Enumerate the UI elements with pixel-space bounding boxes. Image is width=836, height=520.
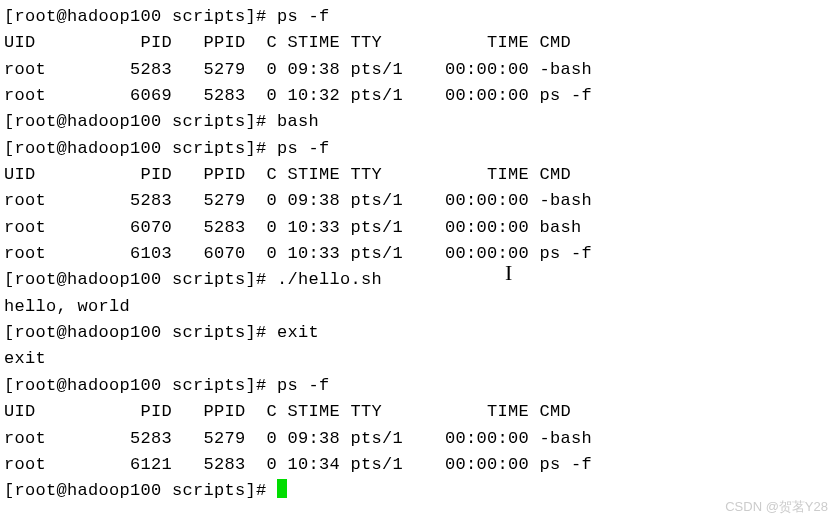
output-line: hello, world bbox=[4, 294, 832, 320]
command-text: ps -f bbox=[277, 376, 330, 395]
command-text: ps -f bbox=[277, 7, 330, 26]
terminal-output[interactable]: [root@hadoop100 scripts]# ps -f UID PID … bbox=[4, 4, 832, 505]
prompt-line: [root@hadoop100 scripts]# bash bbox=[4, 109, 832, 135]
ps-row: root 6070 5283 0 10:33 pts/1 00:00:00 ba… bbox=[4, 215, 832, 241]
shell-prompt: [root@hadoop100 scripts]# bbox=[4, 481, 277, 500]
shell-prompt: [root@hadoop100 scripts]# bbox=[4, 323, 277, 342]
watermark-text: CSDN @贺茗Y28 bbox=[725, 497, 828, 517]
command-text: exit bbox=[277, 323, 319, 342]
command-text: bash bbox=[277, 112, 319, 131]
prompt-line: [root@hadoop100 scripts]# bbox=[4, 478, 832, 504]
cursor-block bbox=[277, 479, 287, 498]
ps-row: root 5283 5279 0 09:38 pts/1 00:00:00 -b… bbox=[4, 426, 832, 452]
ps-row: root 5283 5279 0 09:38 pts/1 00:00:00 -b… bbox=[4, 57, 832, 83]
output-line: exit bbox=[4, 346, 832, 372]
ps-row: root 5283 5279 0 09:38 pts/1 00:00:00 -b… bbox=[4, 188, 832, 214]
ps-header: UID PID PPID C STIME TTY TIME CMD bbox=[4, 399, 832, 425]
prompt-line: [root@hadoop100 scripts]# ps -f bbox=[4, 373, 832, 399]
ps-row: root 6121 5283 0 10:34 pts/1 00:00:00 ps… bbox=[4, 452, 832, 478]
prompt-line: [root@hadoop100 scripts]# exit bbox=[4, 320, 832, 346]
command-text: ./hello.sh bbox=[277, 270, 382, 289]
ps-header: UID PID PPID C STIME TTY TIME CMD bbox=[4, 30, 832, 56]
shell-prompt: [root@hadoop100 scripts]# bbox=[4, 112, 277, 131]
shell-prompt: [root@hadoop100 scripts]# bbox=[4, 139, 277, 158]
shell-prompt: [root@hadoop100 scripts]# bbox=[4, 376, 277, 395]
ps-row: root 6103 6070 0 10:33 pts/1 00:00:00 ps… bbox=[4, 241, 832, 267]
shell-prompt: [root@hadoop100 scripts]# bbox=[4, 7, 277, 26]
command-text: ps -f bbox=[277, 139, 330, 158]
ps-row: root 6069 5283 0 10:32 pts/1 00:00:00 ps… bbox=[4, 83, 832, 109]
prompt-line: [root@hadoop100 scripts]# ps -f bbox=[4, 136, 832, 162]
shell-prompt: [root@hadoop100 scripts]# bbox=[4, 270, 277, 289]
prompt-line: [root@hadoop100 scripts]# ./hello.sh bbox=[4, 267, 832, 293]
prompt-line: [root@hadoop100 scripts]# ps -f bbox=[4, 4, 832, 30]
ps-header: UID PID PPID C STIME TTY TIME CMD bbox=[4, 162, 832, 188]
